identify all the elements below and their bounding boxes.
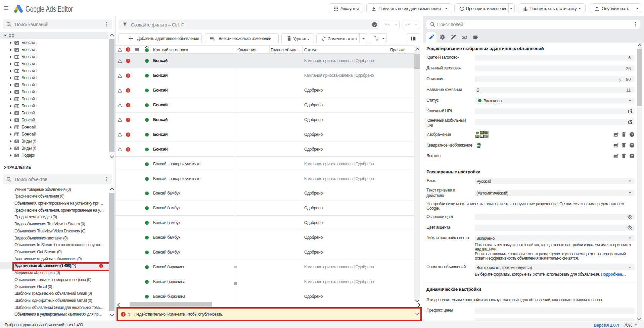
- svg-text:?: ?: [374, 23, 376, 26]
- svg-text:?: ?: [631, 144, 633, 147]
- svg-text:?: ?: [631, 133, 633, 136]
- svg-text:?: ?: [631, 154, 633, 158]
